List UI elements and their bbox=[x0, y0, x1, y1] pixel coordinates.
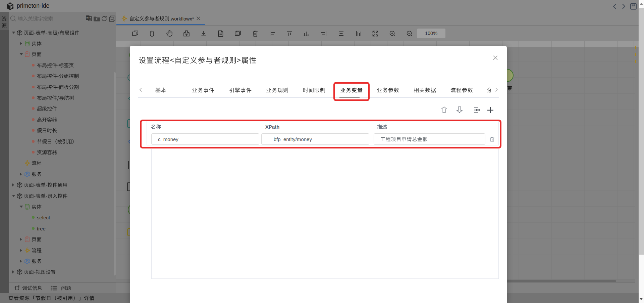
svg-text:in: in bbox=[87, 16, 89, 19]
